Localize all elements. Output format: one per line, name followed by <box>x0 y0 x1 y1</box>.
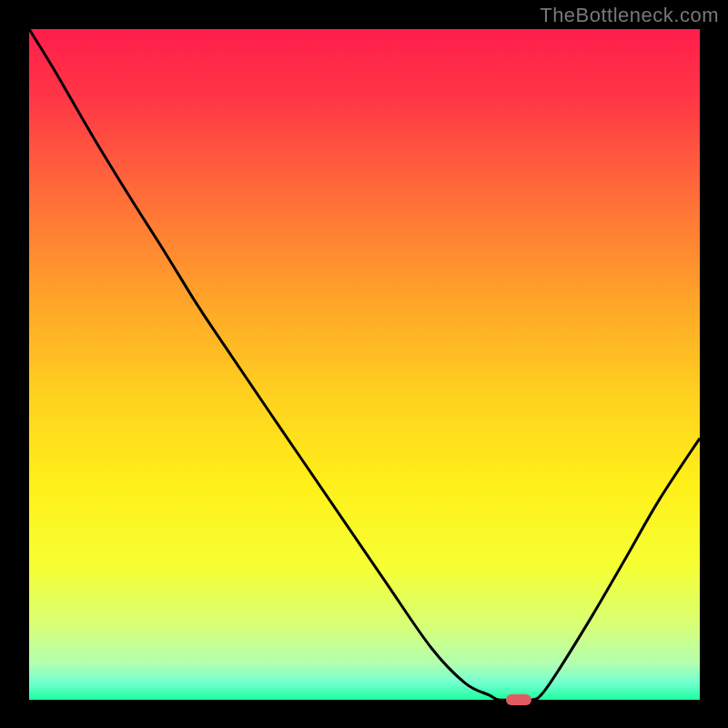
bottleneck-chart <box>0 0 728 728</box>
optimal-marker <box>506 694 531 705</box>
chart-gradient-bg <box>29 29 700 700</box>
chart-stage: { "watermark": "TheBottleneck.com", "cha… <box>0 0 728 728</box>
